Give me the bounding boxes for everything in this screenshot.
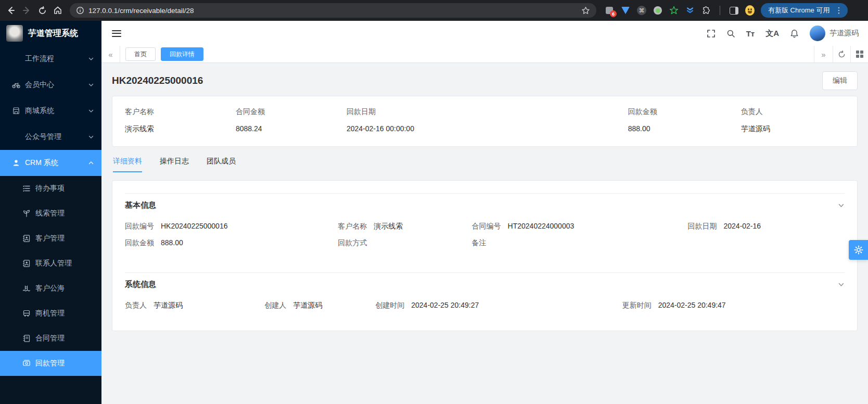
theme-settings-button[interactable] xyxy=(849,240,868,260)
user-icon xyxy=(12,159,20,167)
detail-field: 回款方式 xyxy=(338,238,471,248)
browser-back-button[interactable] xyxy=(3,3,19,18)
todo-list-icon xyxy=(22,184,31,193)
sidebar-item-customers[interactable]: 客户管理 xyxy=(0,226,101,251)
user-menu[interactable]: 芋道源码 xyxy=(810,26,859,41)
pool-icon xyxy=(22,284,31,293)
sidebar-item-business[interactable]: 商机管理 xyxy=(0,301,101,326)
detail-field: 合同编号HT20240224000003 xyxy=(472,222,688,231)
section-title: 系统信息 xyxy=(125,280,156,289)
detail-field: 备注 xyxy=(472,238,688,248)
sidebar-item-contracts[interactable]: 合同管理 xyxy=(0,326,101,351)
section-title: 基本信息 xyxy=(125,200,156,210)
detail-field: 回款编号HK20240225000016 xyxy=(125,222,338,231)
detail-field: 创建时间2024-02-25 20:49:27 xyxy=(375,301,622,310)
side-panel-icon[interactable] xyxy=(729,6,738,15)
sidebar-item-mall-system[interactable]: 商城系统 xyxy=(0,98,101,124)
page-content: HK20240225000016 编辑 客户名称 演示线索 合同金额 8088.… xyxy=(101,63,868,404)
summary-field: 负责人 芋道源码 xyxy=(741,107,845,134)
bookmark-star-icon[interactable] xyxy=(581,6,590,15)
screen: 127.0.0.1/crm/receivable/detail/28 6 ⌘ xyxy=(0,0,868,404)
sidebar-menu: 工作流程 会员中心 商城系统 xyxy=(0,46,101,404)
app-logo xyxy=(6,25,23,42)
chevron-down-icon[interactable] xyxy=(838,202,845,209)
toolbar-separator xyxy=(720,6,720,15)
tab-detail-info[interactable]: 详细资料 xyxy=(113,157,142,172)
app-title: 芋道管理系统 xyxy=(28,28,78,39)
sidebar-item-public-pool[interactable]: 客户公海 xyxy=(0,276,101,301)
site-info-icon[interactable] xyxy=(76,6,84,15)
chevron-up-icon xyxy=(88,160,94,166)
summary-field: 客户名称 演示线索 xyxy=(125,107,236,134)
tags-view-bar: « 首页 回款详情 » xyxy=(101,46,868,63)
detail-card: 基本信息 回款编号HK20240225000016 客户名称演示线索 合同编号H… xyxy=(112,180,858,331)
app-header: Tт 文A 芋道源码 xyxy=(101,21,868,46)
edit-button[interactable]: 编辑 xyxy=(822,71,858,90)
sidebar-item-receivables[interactable]: 回款管理 xyxy=(0,351,101,376)
sidebar-item-contacts[interactable]: 联系人管理 xyxy=(0,251,101,276)
summary-field: 回款日期 2024-02-16 00:00:00 xyxy=(347,107,628,134)
detail-tabs: 详细资料 操作日志 团队成员 xyxy=(113,157,858,172)
sidebar-item-crm-system[interactable]: CRM 系统 xyxy=(0,150,101,176)
money-icon xyxy=(22,359,31,368)
contact-book-icon xyxy=(22,259,31,268)
tags-scroll-left-icon[interactable]: « xyxy=(101,46,120,62)
chrome-update-label: 有新版 Chrome 可用 xyxy=(768,6,829,15)
sidebar-item-member-center[interactable]: 会员中心 xyxy=(0,72,101,98)
tab-team-members[interactable]: 团队成员 xyxy=(207,157,236,172)
font-size-icon[interactable]: Tт xyxy=(746,29,755,38)
browser-reload-button[interactable] xyxy=(34,3,50,18)
extensions-puzzle-icon[interactable] xyxy=(701,6,711,15)
summary-field: 回款金额 888.00 xyxy=(628,107,741,134)
command-extension-icon[interactable]: ⌘ xyxy=(637,6,646,15)
collapse-sidebar-icon[interactable] xyxy=(112,30,121,37)
seedling-icon xyxy=(22,209,31,218)
profile-avatar-emoji[interactable] xyxy=(745,6,755,15)
shop-icon xyxy=(12,107,20,115)
sidebar-item-workflow[interactable]: 工作流程 xyxy=(0,46,101,72)
chrome-update-button[interactable]: 有新版 Chrome 可用 ⋮ xyxy=(761,3,848,18)
tags-refresh-icon[interactable] xyxy=(833,46,850,62)
page-title: HK20240225000016 xyxy=(112,75,203,86)
sidebar-item-todo[interactable]: 待办事项 xyxy=(0,176,101,201)
star-extension-icon[interactable] xyxy=(669,6,679,15)
detail-field: 负责人芋道源码 xyxy=(125,301,264,310)
double-chevron-extension-icon[interactable] xyxy=(685,6,695,15)
notification-bell-icon[interactable] xyxy=(790,29,799,38)
fullscreen-icon[interactable] xyxy=(707,29,716,38)
tab-operation-log[interactable]: 操作日志 xyxy=(160,157,189,172)
tags-menu-grid-icon[interactable] xyxy=(850,46,868,62)
extensions-row: 6 ⌘ xyxy=(605,6,755,15)
notebook-icon xyxy=(22,334,31,343)
sidebar-item-official-account[interactable]: 公众号管理 xyxy=(0,124,101,150)
summary-card: 客户名称 演示线索 合同金额 8088.24 回款日期 2024-02-16 0… xyxy=(112,96,858,147)
user-name: 芋道源码 xyxy=(829,29,859,38)
basic-info-section-header[interactable]: 基本信息 xyxy=(125,194,845,217)
bus-icon xyxy=(22,309,31,318)
system-info-section-header[interactable]: 系统信息 xyxy=(125,273,845,296)
browser-forward-button[interactable] xyxy=(19,3,34,18)
locale-icon[interactable]: 文A xyxy=(765,29,779,39)
detail-field: 创建人芋道源码 xyxy=(264,301,375,310)
search-icon[interactable] xyxy=(726,29,735,38)
bike-icon xyxy=(12,81,20,89)
contact-book-icon xyxy=(22,234,31,243)
url-text[interactable]: 127.0.0.1/crm/receivable/detail/28 xyxy=(88,7,581,15)
browser-home-button[interactable] xyxy=(50,3,66,18)
address-bar[interactable]: 127.0.0.1/crm/receivable/detail/28 xyxy=(70,3,596,18)
tags-scroll-right-icon[interactable]: » xyxy=(814,46,833,62)
tag-home[interactable]: 首页 xyxy=(125,47,156,61)
chevron-down-icon xyxy=(88,82,94,88)
tag-receivable-detail[interactable]: 回款详情 xyxy=(161,47,203,61)
user-avatar xyxy=(810,26,825,41)
chevron-down-icon xyxy=(88,134,94,140)
extension-badge: 6 xyxy=(610,10,617,17)
browser-toolbar: 127.0.0.1/crm/receivable/detail/28 6 ⌘ xyxy=(0,0,868,21)
app-logo-row[interactable]: 芋道管理系统 xyxy=(0,21,101,46)
dot-extension-icon[interactable] xyxy=(653,6,662,15)
browser-menu-icon[interactable]: ⋮ xyxy=(833,6,845,15)
sidebar-item-leads[interactable]: 线索管理 xyxy=(0,201,101,226)
extension-icon-badged[interactable]: 6 xyxy=(605,6,614,15)
gem-extension-icon[interactable] xyxy=(621,6,630,15)
chevron-down-icon[interactable] xyxy=(838,281,845,288)
